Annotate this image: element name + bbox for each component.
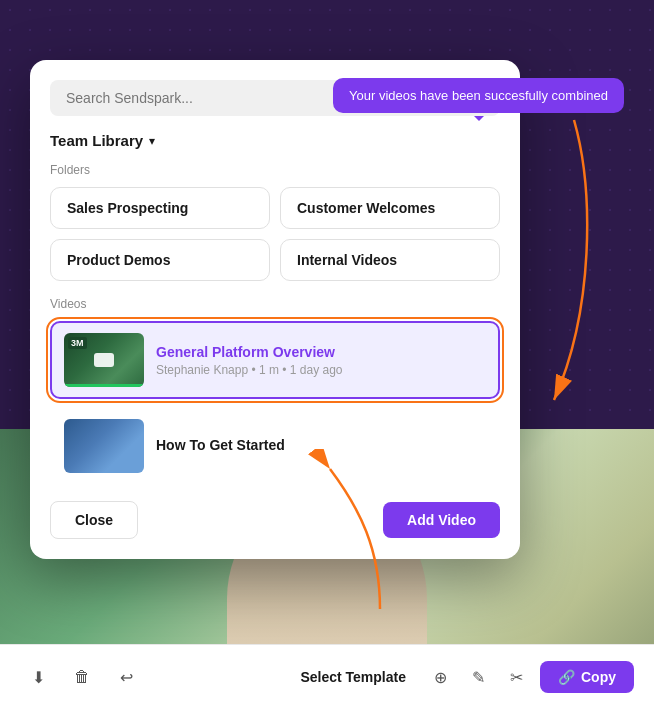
trash-icon: 🗑: [74, 668, 90, 686]
video-title-general-platform: General Platform Overview: [156, 344, 486, 360]
link-icon: 🔗: [558, 669, 575, 685]
add-video-button[interactable]: Add Video: [383, 502, 500, 538]
video-library-modal: Team Library ▾ Folders Sales Prospecting…: [30, 60, 520, 559]
video-thumbnail-how-to-get-started: [64, 419, 144, 473]
folders-grid: Sales Prospecting Customer Welcomes Prod…: [50, 187, 500, 281]
toolbar-right-icons: ⊕ ✎ ✂: [424, 661, 532, 693]
video-item-how-to-get-started[interactable]: How To Get Started: [50, 407, 500, 485]
trash-button[interactable]: 🗑: [64, 659, 100, 695]
folder-sales-prospecting[interactable]: Sales Prospecting: [50, 187, 270, 229]
videos-section-label: Videos: [50, 297, 500, 311]
video-info-how-to-get-started: How To Get Started: [156, 437, 486, 456]
folder-product-demos[interactable]: Product Demos: [50, 239, 270, 281]
success-tooltip: Your videos have been succesfully combin…: [333, 78, 624, 113]
cut-button[interactable]: ✂: [500, 661, 532, 693]
folder-internal-videos[interactable]: Internal Videos: [280, 239, 500, 281]
video-item-general-platform[interactable]: 3M General Platform Overview Stephanie K…: [50, 321, 500, 399]
edit-button[interactable]: ✎: [462, 661, 494, 693]
edit-icon: ✎: [472, 668, 485, 687]
thumbnail-logo: 3M: [68, 337, 87, 349]
add-circle-button[interactable]: ⊕: [424, 661, 456, 693]
team-library-row[interactable]: Team Library ▾: [50, 132, 500, 149]
video-info-general-platform: General Platform Overview Stephanie Knap…: [156, 344, 486, 377]
folder-customer-welcomes[interactable]: Customer Welcomes: [280, 187, 500, 229]
download-icon: ⬇: [32, 668, 45, 687]
chevron-down-icon: ▾: [149, 134, 155, 148]
cut-icon: ✂: [510, 668, 523, 687]
copy-button[interactable]: 🔗 Copy: [540, 661, 634, 693]
copy-label: Copy: [581, 669, 616, 685]
video-title-how-to-get-started: How To Get Started: [156, 437, 486, 453]
folders-section-label: Folders: [50, 163, 500, 177]
video-meta-general-platform: Stephanie Knapp • 1 m • 1 day ago: [156, 363, 486, 377]
add-circle-icon: ⊕: [434, 668, 447, 687]
success-message-text: Your videos have been succesfully combin…: [349, 88, 608, 103]
arrow-annotation: [514, 110, 634, 430]
video-thumbnail-general-platform: 3M: [64, 333, 144, 387]
undo-button[interactable]: ↩: [108, 659, 144, 695]
undo-icon: ↩: [120, 668, 133, 687]
modal-actions: Close Add Video: [50, 501, 500, 539]
team-library-label: Team Library: [50, 132, 143, 149]
bottom-toolbar: ⬇ 🗑 ↩ Select Template ⊕ ✎ ✂ 🔗 Copy: [0, 644, 654, 709]
thumbnail-stripe: [64, 384, 144, 387]
select-template-button[interactable]: Select Template: [290, 663, 416, 691]
close-button[interactable]: Close: [50, 501, 138, 539]
download-button[interactable]: ⬇: [20, 659, 56, 695]
